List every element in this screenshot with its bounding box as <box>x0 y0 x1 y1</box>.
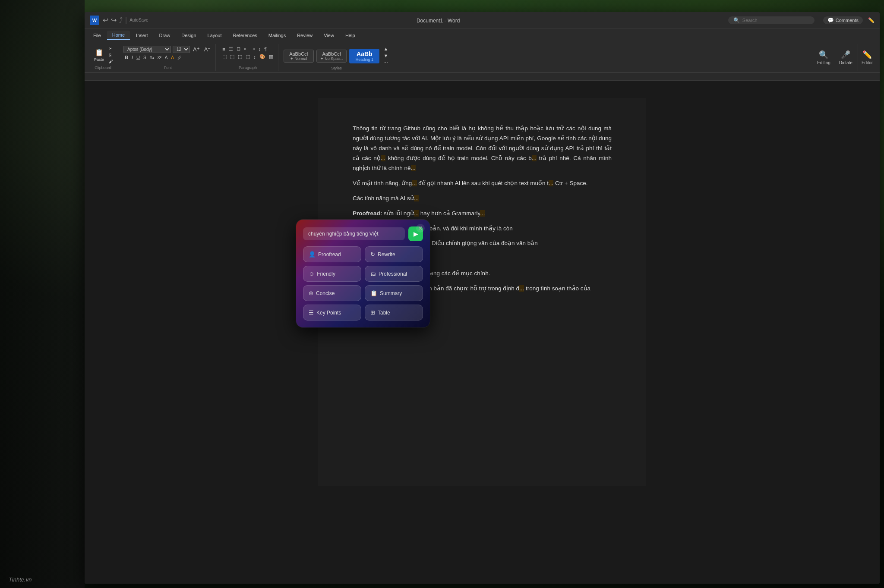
dictate-label: Dictate <box>839 60 852 65</box>
style-nospace-btn[interactable]: AaBbCcI ✦ No Spac... <box>316 50 347 63</box>
shading-btn[interactable]: 🎨 <box>258 53 267 60</box>
editing-label: Editing <box>817 60 830 65</box>
cut-btn[interactable]: ✂ <box>107 46 114 51</box>
editor-btn[interactable]: ✏️ Editor <box>858 44 876 71</box>
tab-draw[interactable]: Draw <box>154 31 176 40</box>
align-center-btn[interactable]: ⬚ <box>229 53 236 60</box>
line-spacing-btn[interactable]: ↕ <box>252 54 257 60</box>
window-controls-right: 💬 Comments ✏️ <box>823 16 875 24</box>
para-row2: ⬚ ⬚ ⬚ ⬚ ↕ 🎨 ▦ <box>221 53 275 60</box>
style-heading1-btn[interactable]: AaBb Heading 1 <box>349 49 379 63</box>
tab-view[interactable]: View <box>319 31 339 40</box>
tab-home[interactable]: Home <box>107 31 130 40</box>
tab-file[interactable]: File <box>88 31 106 40</box>
underline-btn[interactable]: U <box>135 54 141 60</box>
ai-proofread-btn[interactable]: 👤 Proofread <box>303 246 361 262</box>
para-1: Thông tin từ trang Github cũng cho biết … <box>353 124 612 173</box>
bold-btn[interactable]: B <box>123 54 129 60</box>
ai-professional-btn[interactable]: 🗂 Professional <box>365 266 423 282</box>
clipboard-group: 📋 Paste ✂ ⎘ 🖌 Clipboard <box>88 44 118 71</box>
styles-group: AaBbCcI ✦ Normal AaBbCcI ✦ No Spac... Aa… <box>280 44 394 71</box>
ai-buttons-grid: 👤 Proofread ↻ Rewrite ☺ Friendly 🗂 Profe… <box>303 246 423 321</box>
ai-rewrite-btn[interactable]: ↻ Rewrite <box>365 246 423 262</box>
styles-more-btn[interactable]: ⋯ <box>382 60 389 66</box>
style-normal-btn[interactable]: AaBbCcI ✦ Normal <box>284 50 314 63</box>
tab-references[interactable]: References <box>228 31 262 40</box>
search-input[interactable] <box>742 18 803 23</box>
ai-text-input[interactable] <box>303 227 405 240</box>
tab-help[interactable]: Help <box>340 31 360 40</box>
doc-content[interactable]: Thông tin từ trang Github cũng cho biết … <box>85 81 880 584</box>
subscript-btn[interactable]: X₂ <box>148 55 155 60</box>
ai-popup-close-btn[interactable]: ✕ <box>416 224 425 233</box>
tab-review[interactable]: Review <box>292 31 318 40</box>
font-row2: B I U S X₂ X² A A 🖊 <box>123 54 212 60</box>
editing-btn[interactable]: 🔍 Editing <box>817 50 830 65</box>
summary-label: Summary <box>380 290 402 296</box>
font-name-select[interactable]: Aptos (Body) <box>123 46 171 53</box>
copy-btn[interactable]: ⎘ <box>107 52 114 58</box>
clipboard-mini-btns: ✂ ⎘ 🖌 <box>107 46 114 64</box>
paragraph-controls: ≡ ☰ ⊟ ⇤ ⇥ ↕ ¶ ⬚ ⬚ ⬚ ⬚ <box>221 44 275 60</box>
format-painter-btn[interactable]: 🖌 <box>107 59 114 64</box>
font-size-select[interactable]: 12 <box>173 46 190 53</box>
styles-down-btn[interactable]: ▼ <box>382 53 389 59</box>
outline-btn[interactable]: ⊟ <box>235 46 242 52</box>
dictate-icon: 🎤 <box>841 50 850 60</box>
ai-concise-btn[interactable]: ⊜ Concise <box>303 285 361 301</box>
align-right-btn[interactable]: ⬚ <box>237 53 243 60</box>
undo-btn[interactable]: ↩ <box>103 16 108 24</box>
justify-btn[interactable]: ⬚ <box>244 53 251 60</box>
rewrite-icon: ↻ <box>370 251 375 258</box>
clipboard-btns: 📋 Paste ✂ ⎘ 🖌 <box>92 44 114 66</box>
tab-layout[interactable]: Layout <box>202 31 227 40</box>
paragraph-label: Paragraph <box>239 66 257 70</box>
superscript-btn[interactable]: X² <box>156 55 163 60</box>
para-proofread: Proofread: sửa lỗi ngữ... hay hơn cả Gra… <box>353 209 612 219</box>
redo-btn[interactable]: ↪ <box>111 16 117 24</box>
numbered-btn[interactable]: ☰ <box>227 46 234 52</box>
italic-btn[interactable]: I <box>130 54 134 60</box>
shrink-font-btn[interactable]: A⁻ <box>203 46 212 53</box>
strikethrough-btn[interactable]: S <box>142 55 148 60</box>
keypoints-label: Key Points <box>316 310 341 316</box>
align-left-btn[interactable]: ⬚ <box>221 53 228 60</box>
paste-icon: 📋 <box>95 48 104 57</box>
ribbon-toolbar: 📋 Paste ✂ ⎘ 🖌 Clipboard <box>85 42 880 72</box>
dictate-btn[interactable]: 🎤 Dictate <box>836 44 856 71</box>
styles-btns: AaBbCcI ✦ Normal AaBbCcI ✦ No Spac... Aa… <box>284 44 390 66</box>
styles-arrows: ▲ ▼ ⋯ <box>382 46 389 66</box>
table-icon: ⊞ <box>370 309 375 316</box>
show-marks-btn[interactable]: ¶ <box>263 46 268 52</box>
tab-design[interactable]: Design <box>176 31 201 40</box>
borders-btn[interactable]: ▦ <box>268 53 275 60</box>
paste-label: Paste <box>94 57 104 62</box>
title-text: Document1 - Word <box>417 18 460 24</box>
highlight-btn[interactable]: 🖊 <box>176 55 183 60</box>
styles-up-btn[interactable]: ▲ <box>382 46 389 52</box>
grow-font-btn[interactable]: A⁺ <box>192 46 201 53</box>
bullets-btn[interactable]: ≡ <box>221 46 226 52</box>
paste-btn[interactable]: 📋 Paste <box>92 47 107 63</box>
ribbon: File Home Insert Draw Design Layout Refe… <box>85 28 880 73</box>
tab-insert[interactable]: Insert <box>131 31 153 40</box>
indent-increase-btn[interactable]: ⇥ <box>250 46 256 52</box>
search-box[interactable]: 🔍 <box>728 16 815 24</box>
professional-icon: 🗂 <box>370 270 376 277</box>
font-color-btn[interactable]: A <box>170 55 175 60</box>
ai-friendly-btn[interactable]: ☺ Friendly <box>303 266 361 282</box>
tab-mailings[interactable]: Mailings <box>263 31 291 40</box>
friendly-icon: ☺ <box>309 270 314 277</box>
ai-keypoints-btn[interactable]: ☰ Key Points <box>303 305 361 321</box>
indent-decrease-btn[interactable]: ⇤ <box>243 46 249 52</box>
clear-format-btn[interactable]: A <box>164 55 169 60</box>
pen-icon[interactable]: ✏️ <box>868 17 875 23</box>
save-btn[interactable]: ⤴ <box>119 16 123 24</box>
sort-btn[interactable]: ↕ <box>257 46 262 52</box>
comments-btn[interactable]: 💬 Comments <box>823 16 863 24</box>
word-main: Thông tin từ trang Github cũng cho biết … <box>85 73 880 584</box>
quick-access-toolbar: ↩ ↪ ⤴ | AutoSave <box>103 16 148 24</box>
search-icon: 🔍 <box>733 17 740 23</box>
ai-summary-btn[interactable]: 📋 Summary <box>365 285 423 301</box>
ai-table-btn[interactable]: ⊞ Table <box>365 305 423 321</box>
